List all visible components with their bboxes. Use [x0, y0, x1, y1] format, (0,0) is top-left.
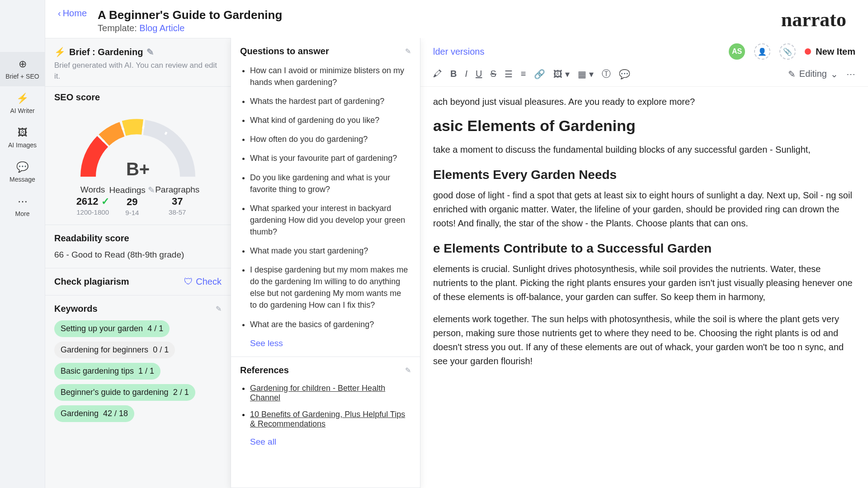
image-icon: 🖼 [18, 127, 28, 139]
shield-icon: 🛡 [184, 277, 193, 287]
home-link[interactable]: ‹ Home [58, 8, 87, 19]
references-section: References ✎ Gardening for children - Be… [231, 357, 420, 455]
keyword-chip[interactable]: Gardening for beginners0 / 1 [54, 342, 175, 358]
questions-title: Questions to answer [240, 46, 329, 56]
edit-icon[interactable]: ✎ [216, 305, 222, 313]
keyword-chip[interactable]: Beginner's guide to gardening2 / 1 [54, 384, 195, 401]
edit-icon[interactable]: ✎ [405, 366, 411, 375]
nav-ai-images[interactable]: 🖼 AI Images [0, 121, 45, 155]
question-item: Do you like gardening and what is your f… [250, 168, 410, 199]
nav-ai-writer[interactable]: ⚡ AI Writer [0, 86, 45, 121]
edit-icon[interactable]: ✎ [146, 47, 154, 57]
reference-link[interactable]: 10 Benefits of Gardening, Plus Helpful T… [250, 410, 405, 428]
stat-range: 38-57 [155, 208, 199, 216]
add-user-button[interactable]: 👤 [754, 43, 770, 60]
chip-count: 0 / 1 [153, 345, 169, 355]
document-body[interactable]: ach beyond just visual pleasures. Are yo… [420, 87, 868, 385]
edit-icon[interactable]: ✎ [148, 185, 155, 195]
see-less-link[interactable]: See less [231, 334, 420, 357]
older-versions-link[interactable]: lder versions [433, 47, 484, 57]
chat-icon: 💬 [16, 161, 28, 173]
nav-label: AI Images [8, 141, 37, 149]
more-icon: ⋯ [18, 196, 28, 207]
question-item: What are the basics of gardening? [250, 315, 410, 334]
template-line: Template: Blog Article [98, 23, 781, 33]
questions-panel: Questions to answer ✎ How can I avoid or… [231, 38, 420, 488]
question-item: How often do you do gardening? [250, 130, 410, 149]
reference-item: Gardening for children - Better Health C… [250, 380, 410, 406]
bold-button[interactable]: B [450, 69, 457, 79]
brief-title: ⚡ Brief : Gardening ✎ [54, 47, 222, 57]
more-menu-button[interactable]: ⋯ [846, 69, 855, 80]
reference-link[interactable]: Gardening for children - Better Health C… [250, 384, 385, 402]
references-list: Gardening for children - Better Health C… [231, 380, 420, 432]
chip-count: 42 / 18 [103, 409, 128, 418]
italic-button[interactable]: I [465, 69, 467, 79]
editing-mode-dropdown[interactable]: ✎ Editing ⌄ [788, 69, 838, 80]
new-item-status[interactable]: New Item [805, 47, 855, 57]
chip-label: Gardening for beginners [61, 345, 148, 355]
question-item: Whats the hardest part of gardening? [250, 92, 410, 111]
template-link[interactable]: Blog Article [139, 23, 184, 33]
reference-item: 10 Benefits of Gardening, Plus Helpful T… [250, 406, 410, 432]
chip-count: 1 / 1 [138, 366, 154, 376]
chip-label: Beginner's guide to gardening [61, 388, 169, 397]
svg-line-1 [122, 128, 124, 129]
nav-message[interactable]: 💬 Message [0, 155, 45, 189]
nav-brief-seo[interactable]: ⊕ Brief + SEO [0, 52, 45, 86]
stat-words: Words 2612✓ 1200-1800 [76, 185, 109, 216]
svg-line-3 [165, 133, 167, 134]
chip-count: 2 / 1 [173, 388, 189, 397]
check-label: Check [196, 277, 222, 287]
chevron-down-icon: ⌄ [830, 69, 838, 80]
question-item: How can I avoid or minimize blisters on … [250, 61, 410, 92]
page-title: A Beginner's Guide to Gardening [98, 8, 781, 22]
keyword-chip[interactable]: Basic gardening tips1 / 1 [54, 363, 160, 380]
nav-more[interactable]: ⋯ More [0, 189, 45, 224]
stat-range: 9-14 [109, 209, 156, 216]
keyword-chips: Setting up your garden4 / 1Gardening for… [54, 320, 222, 422]
stat-value: 29 [109, 196, 156, 208]
nav-label: AI Writer [10, 107, 34, 114]
bullet-list-button[interactable]: ☰ [505, 69, 513, 80]
highlight-icon[interactable]: 🖍 [433, 69, 442, 79]
editing-label: Editing [799, 69, 827, 79]
seo-gauge: B+ [70, 109, 206, 181]
comment-button[interactable]: 💬 [619, 69, 630, 80]
underline-button[interactable]: U [476, 69, 482, 79]
add-attachment-button[interactable]: 📎 [779, 43, 796, 60]
question-item: What sparked your interest in backyard g… [250, 199, 410, 241]
keyword-chip[interactable]: Setting up your garden4 / 1 [54, 320, 170, 337]
target-icon: ⊕ [19, 58, 27, 70]
brief-panel: ⚡ Brief : Gardening ✎ Brief generated wi… [45, 38, 231, 488]
table-button[interactable]: ▦ ▾ [578, 69, 594, 80]
question-item: I despise gardening but my mom makes me … [250, 260, 410, 314]
strike-button[interactable]: S [490, 69, 496, 79]
check-plagiarism-button[interactable]: 🛡 Check [184, 277, 222, 287]
plagiarism-section: Check plagiarism 🛡 Check [45, 268, 231, 295]
editor-area: lder versions AS 👤 📎 New Item 🖍 B I U S [420, 38, 868, 488]
numbered-list-button[interactable]: ≡ [521, 69, 526, 79]
doc-heading-3: Elements Every Garden Needs [433, 168, 855, 182]
avatar[interactable]: AS [729, 43, 745, 60]
image-button[interactable]: 🖼 ▾ [553, 69, 570, 80]
brief-title-text: Brief : Gardening [69, 47, 143, 57]
question-item: What kind of gardening do you like? [250, 111, 410, 130]
see-all-link[interactable]: See all [231, 432, 420, 455]
keyword-chip[interactable]: Gardening42 / 18 [54, 405, 134, 422]
chip-label: Gardening [61, 409, 99, 418]
home-label: Home [63, 8, 87, 19]
clear-format-button[interactable]: Ⓣ [602, 68, 611, 80]
doc-paragraph: good dose of light - find a spot that ge… [433, 188, 855, 230]
chip-count: 4 / 1 [147, 324, 163, 333]
stat-value: 2612 [76, 196, 99, 207]
nav-label: Brief + SEO [5, 73, 39, 80]
link-button[interactable]: 🔗 [534, 69, 545, 80]
stat-range: 1200-1800 [76, 208, 109, 216]
stat-value: 37 [155, 196, 199, 207]
logo: narrato [781, 8, 846, 31]
svg-line-0 [142, 127, 144, 127]
doc-heading-2: asic Elements of Gardening [433, 117, 855, 135]
question-item: What made you start gardening? [250, 241, 410, 260]
edit-icon[interactable]: ✎ [405, 47, 411, 56]
